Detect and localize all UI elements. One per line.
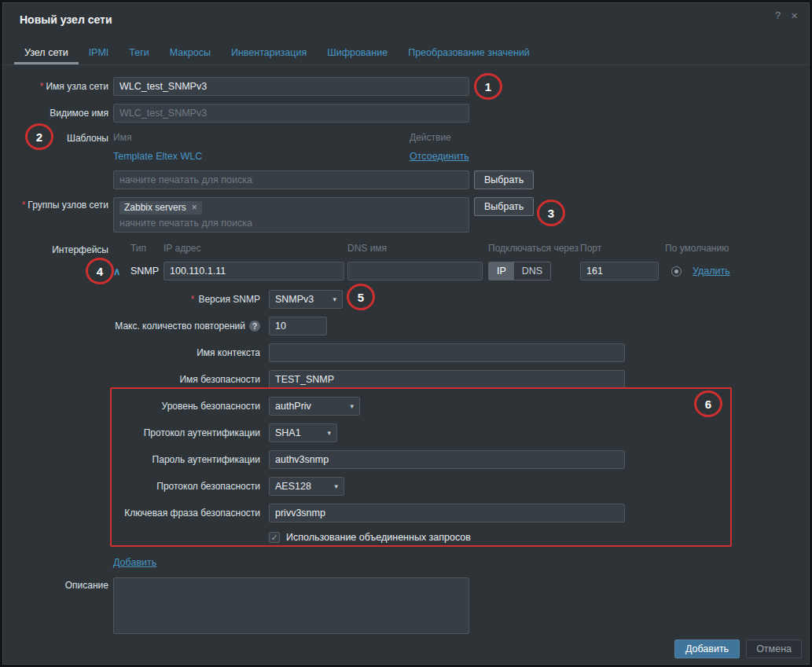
security-level-value: authPriv	[275, 401, 311, 412]
templates-label-text: Шаблоны	[67, 133, 108, 144]
default-interface-radio[interactable]	[671, 266, 682, 277]
interface-type: SNMP	[130, 266, 164, 277]
security-name-input[interactable]	[269, 370, 625, 389]
form-row-auth-protocol: Протокол аутентификации SHA1 ▾	[113, 423, 730, 442]
tab-ipmi[interactable]: IPMI	[79, 40, 119, 64]
privacy-protocol-select[interactable]: AES128 ▾	[269, 477, 344, 496]
help-icon[interactable]: ?	[249, 321, 260, 332]
interface-port-input[interactable]	[580, 262, 659, 280]
security-level-label-text: Уровень безопасности	[162, 401, 260, 412]
interfaces-col-default: По умолчанию	[665, 243, 729, 254]
collapse-chevron-icon[interactable]: ∧	[113, 266, 126, 277]
templates-col-name: Имя	[113, 132, 410, 143]
chevron-down-icon: ▾	[350, 402, 354, 410]
snmp-version-label: * Версия SNMP	[113, 294, 260, 305]
interfaces-label-text: Интерфейсы	[52, 244, 108, 255]
chip-remove-icon[interactable]: ×	[192, 202, 197, 213]
privacy-protocol-label-text: Протокол безопасности	[156, 481, 260, 492]
templates-table-header: Имя Действие	[113, 130, 534, 145]
privacy-passphrase-label-text: Ключевая фраза безопасности	[124, 508, 260, 519]
bulk-checkbox-label: Использование объединенных запросов	[286, 532, 471, 543]
bulk-checkbox[interactable]: ✓	[269, 532, 280, 543]
snmp-version-select[interactable]: SNMPv3 ▾	[269, 290, 343, 309]
templates-select-button[interactable]: Выбрать	[474, 170, 534, 189]
chevron-down-icon: ▾	[333, 295, 336, 303]
required-marker: *	[22, 200, 26, 211]
snmp-version-label-text: Версия SNMP	[198, 294, 260, 305]
auth-passphrase-input[interactable]	[269, 450, 625, 469]
interfaces-label: Интерфейсы	[20, 242, 108, 255]
max-repetitions-input[interactable]	[269, 317, 327, 335]
tab-encryption[interactable]: Шифрование	[317, 40, 398, 64]
connect-via-dns-segment[interactable]: DNS	[514, 262, 550, 280]
connect-via-toggle: IP DNS	[488, 262, 551, 280]
add-button[interactable]: Добавить	[674, 640, 740, 658]
tab-value-mapping[interactable]: Преобразование значений	[398, 40, 540, 64]
host-groups-label-text: Группы узлов сети	[28, 200, 108, 211]
form-row-security-name: Имя безопасности	[113, 370, 730, 389]
templates-search-input[interactable]	[113, 170, 469, 189]
visible-name-label: Видимое имя	[20, 108, 108, 119]
auth-protocol-value: SHA1	[275, 427, 301, 438]
privacy-protocol-value: AES128	[275, 481, 311, 492]
description-label: Описание	[20, 577, 108, 591]
form-row-privacy-passphrase: Ключевая фраза безопасности	[113, 504, 730, 522]
auth-protocol-select[interactable]: SHA1 ▾	[269, 423, 337, 442]
host-group-chip: Zabbix servers ×	[119, 201, 202, 214]
help-icon[interactable]: ?	[775, 9, 781, 22]
interface-ip-input[interactable]	[164, 262, 344, 280]
security-name-label: Имя безопасности	[113, 374, 260, 385]
interfaces-block: Тип IP адрес DNS имя Подключаться через …	[113, 242, 730, 570]
security-level-label: Уровень безопасности	[113, 401, 260, 412]
dialog-header: Новый узел сети ? ×	[3, 3, 809, 40]
interfaces-col-connect-via: Подключаться через	[488, 243, 580, 254]
host-groups-select-button[interactable]: Выбрать	[474, 197, 534, 216]
tab-host[interactable]: Узел сети	[14, 40, 79, 64]
security-level-select[interactable]: authPriv ▾	[269, 397, 360, 416]
form-row-templates: Шаблоны Имя Действие Template Eltex WLC …	[20, 130, 809, 189]
visible-name-label-text: Видимое имя	[50, 108, 108, 119]
cancel-button[interactable]: Отмена	[746, 640, 802, 658]
form-row-interfaces: Интерфейсы Тип IP адрес DNS имя Подключа…	[20, 242, 809, 570]
host-form: * Имя узла сети Видимое имя Шаблоны	[3, 65, 809, 634]
host-groups-multiselect[interactable]: Zabbix servers × начните печатать для по…	[113, 197, 469, 233]
auth-passphrase-label-text: Пароль аутентификации	[152, 454, 260, 465]
privacy-protocol-label: Протокол безопасности	[113, 481, 260, 492]
interface-dns-input[interactable]	[347, 262, 483, 280]
interface-default-cell: Удалить	[665, 266, 730, 277]
privacy-passphrase-input[interactable]	[269, 504, 625, 522]
host-name-label: * Имя узла сети	[20, 81, 108, 92]
interfaces-col-type: Тип	[130, 243, 164, 254]
form-row-context-name: Имя контекста	[113, 343, 730, 362]
template-link[interactable]: Template Eltex WLC	[113, 151, 202, 162]
visible-name-input[interactable]	[113, 104, 469, 123]
auth-passphrase-label: Пароль аутентификации	[113, 454, 260, 465]
required-marker: *	[40, 81, 44, 92]
templates-label: Шаблоны	[20, 130, 108, 144]
tab-macros[interactable]: Макросы	[160, 40, 221, 64]
connect-via-ip-segment[interactable]: IP	[489, 262, 514, 280]
dialog-footer: Добавить Отмена	[674, 640, 802, 658]
templates-col-action: Действие	[410, 132, 451, 143]
template-unlink-link[interactable]: Отсоединить	[410, 151, 469, 162]
context-name-input[interactable]	[269, 343, 625, 362]
required-marker: *	[191, 294, 195, 305]
description-label-text: Описание	[65, 580, 108, 591]
close-icon[interactable]: ×	[791, 9, 798, 22]
template-row: Template Eltex WLC Отсоединить	[113, 148, 534, 164]
auth-protocol-label-text: Протокол аутентификации	[144, 427, 260, 438]
max-repetitions-label-text: Макс. количество повторений	[115, 321, 245, 332]
context-name-label-text: Имя контекста	[197, 347, 260, 358]
host-name-input[interactable]	[113, 77, 469, 96]
description-textarea[interactable]	[113, 577, 469, 634]
tab-inventory[interactable]: Инвентаризация	[221, 40, 317, 64]
check-icon: ✓	[270, 533, 277, 543]
form-row-auth-passphrase: Пароль аутентификации	[113, 450, 730, 469]
templates-search-row: Выбрать	[113, 170, 534, 189]
host-groups-search-placeholder[interactable]: начните печатать для поиска	[119, 218, 463, 229]
tab-tags[interactable]: Теги	[119, 40, 159, 64]
template-cell-name: Template Eltex WLC	[113, 151, 410, 162]
add-interface-link[interactable]: Добавить	[113, 557, 156, 568]
interface-remove-link[interactable]: Удалить	[693, 266, 730, 277]
form-row-security-level: Уровень безопасности authPriv ▾	[113, 397, 730, 416]
